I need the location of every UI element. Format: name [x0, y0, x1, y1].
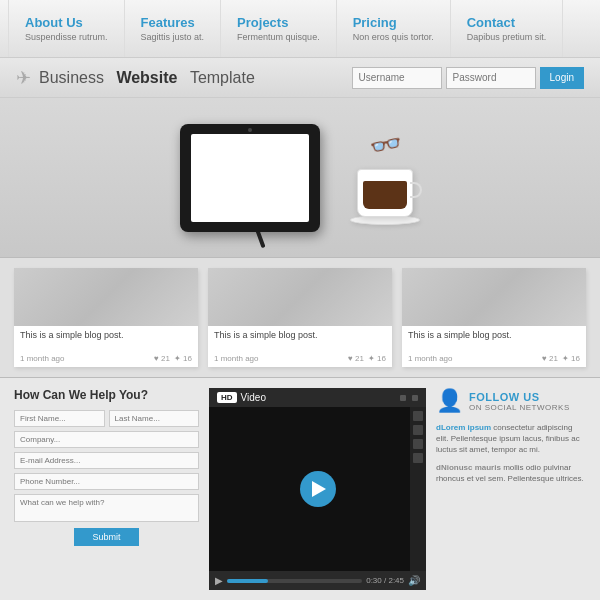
blog-comments-count-2: ✦ 16: [368, 354, 386, 363]
coffee-cup: [357, 169, 413, 217]
contact-form: How Can We Help You?: [14, 388, 199, 590]
blog-card-3: This is a simple blog post. 1 month ago …: [402, 268, 586, 367]
sidebar-btn-3[interactable]: [413, 439, 423, 449]
video-sidebar: [410, 407, 426, 571]
blog-likes-3: ♥ 21 ✦ 16: [542, 354, 580, 363]
last-name-input[interactable]: [109, 410, 200, 427]
blog-image-3: [402, 268, 586, 326]
nav-title-about-us: About Us: [25, 15, 108, 30]
hero-left: [180, 124, 320, 232]
name-row: [14, 410, 199, 427]
nav-sub-pricing: Non eros quis tortor.: [353, 32, 434, 42]
glasses-icon: 👓: [367, 127, 403, 164]
blog-time-3: 1 month ago: [408, 354, 452, 363]
video-icon-2[interactable]: [412, 395, 418, 401]
last-name-field: [109, 410, 200, 427]
volume-icon[interactable]: 🔊: [408, 575, 420, 586]
social-text-1-content: dLorem ipsum consectetur adipiscing elit…: [436, 422, 586, 456]
nav-item-features[interactable]: Features Sagittis justo at.: [125, 0, 222, 57]
bottom-section: How Can We Help You?: [0, 378, 600, 600]
social-link-2[interactable]: dNionusc mauris: [436, 463, 501, 472]
tablet-camera: [248, 128, 252, 132]
blog-card-2: This is a simple blog post. 1 month ago …: [208, 268, 392, 367]
video-title: Video: [241, 392, 266, 403]
play-pause-button[interactable]: ▶: [215, 575, 223, 586]
site-title: Business Website Template: [39, 69, 255, 87]
phone-row: [14, 473, 199, 490]
blog-text-1: This is a simple blog post.: [20, 330, 192, 340]
blog-image-2: [208, 268, 392, 326]
blog-text-3: This is a simple blog post.: [408, 330, 580, 340]
social-link-1[interactable]: dLorem ipsum: [436, 423, 491, 432]
nav-bar: About Us Suspendisse rutrum. Features Sa…: [0, 0, 600, 58]
company-field: [14, 431, 199, 448]
follow-text-block: FOLLOW US ON SOCIAL NETWORKS: [469, 391, 570, 412]
company-input[interactable]: [14, 431, 199, 448]
hd-badge: HD: [217, 392, 237, 403]
social-text-2: dNionusc mauris mollis odio pulvinar rho…: [436, 462, 586, 484]
video-header: HD Video: [209, 388, 426, 407]
social-text-1: dLorem ipsum consectetur adipiscing elit…: [436, 422, 586, 456]
blog-time-1: 1 month ago: [20, 354, 64, 363]
phone-input[interactable]: [14, 473, 199, 490]
message-input[interactable]: [14, 494, 199, 522]
blog-likes-count-1: ♥ 21: [154, 354, 170, 363]
email-row: [14, 452, 199, 469]
contact-form-title: How Can We Help You?: [14, 388, 199, 402]
hero-right: 👓: [350, 130, 420, 225]
nav-sub-features: Sagittis justo at.: [141, 32, 205, 42]
nav-item-pricing[interactable]: Pricing Non eros quis tortor.: [337, 0, 451, 57]
follow-header: 👤 FOLLOW US ON SOCIAL NETWORKS: [436, 388, 586, 414]
nav-title-contact: Contact: [467, 15, 547, 30]
tablet-screen: [191, 134, 309, 222]
first-name-input[interactable]: [14, 410, 105, 427]
username-input[interactable]: [352, 67, 442, 89]
blog-likes-2: ♥ 21 ✦ 16: [348, 354, 386, 363]
video-time: 0:30 / 2:45: [366, 576, 404, 585]
video-icon-1[interactable]: [400, 395, 406, 401]
blog-body-2: This is a simple blog post. 1 month ago …: [208, 326, 392, 367]
social-text-2-content: dNionusc mauris mollis odio pulvinar rho…: [436, 462, 586, 484]
message-field: [14, 494, 199, 524]
coffee-liquid: [363, 181, 407, 209]
person-icon: 👤: [436, 388, 463, 414]
play-triangle-icon: [312, 481, 326, 497]
hero-section: 👓: [0, 98, 600, 258]
nav-item-projects[interactable]: Projects Fermentum quisque.: [221, 0, 337, 57]
follow-label: FOLLOW US: [469, 391, 570, 403]
blog-time-2: 1 month ago: [214, 354, 258, 363]
play-button[interactable]: [300, 471, 336, 507]
email-input[interactable]: [14, 452, 199, 469]
first-name-field: [14, 410, 105, 427]
password-input[interactable]: [446, 67, 536, 89]
sidebar-btn-4[interactable]: [413, 453, 423, 463]
follow-sub: ON SOCIAL NETWORKS: [469, 403, 570, 412]
blog-body-1: This is a simple blog post. 1 month ago …: [14, 326, 198, 367]
bird-icon: ✈: [16, 67, 31, 89]
nav-sub-projects: Fermentum quisque.: [237, 32, 320, 42]
sidebar-btn-1[interactable]: [413, 411, 423, 421]
blog-image-1: [14, 268, 198, 326]
progress-bar[interactable]: [227, 579, 362, 583]
phone-field: [14, 473, 199, 490]
nav-title-projects: Projects: [237, 15, 320, 30]
site-name-bold: Website: [116, 69, 177, 87]
video-player: HD Video ▶ 0:30 / 2:45: [209, 388, 426, 590]
header-band: ✈ Business Website Template Login: [0, 58, 600, 98]
nav-item-contact[interactable]: Contact Dapibus pretium sit.: [451, 0, 564, 57]
video-controls: ▶ 0:30 / 2:45 🔊: [209, 571, 426, 590]
site-name-regular: Business: [39, 69, 104, 87]
submit-button[interactable]: Submit: [74, 528, 138, 546]
video-screen: [209, 407, 426, 571]
coffee-handle: [410, 182, 422, 198]
email-field: [14, 452, 199, 469]
blog-card-1: This is a simple blog post. 1 month ago …: [14, 268, 198, 367]
blog-comments-count-1: ✦ 16: [174, 354, 192, 363]
sidebar-btn-2[interactable]: [413, 425, 423, 435]
nav-item-about-us[interactable]: About Us Suspendisse rutrum.: [8, 0, 125, 57]
blog-likes-1: ♥ 21 ✦ 16: [154, 354, 192, 363]
nav-sub-about-us: Suspendisse rutrum.: [25, 32, 108, 42]
blog-likes-count-3: ♥ 21: [542, 354, 558, 363]
message-row: [14, 494, 199, 524]
login-button[interactable]: Login: [540, 67, 584, 89]
